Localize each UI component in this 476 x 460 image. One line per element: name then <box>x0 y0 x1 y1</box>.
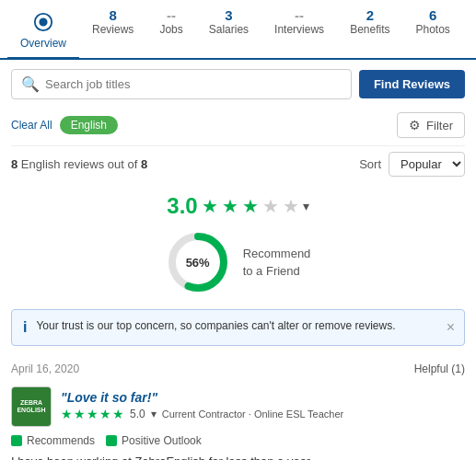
summary-lang: English <box>21 157 61 171</box>
review-header: ZEBRA ENGLISH "Love it so far!" ★ ★ ★ ★ … <box>11 386 465 427</box>
filter-button[interactable]: ⚙ Filter <box>397 112 465 138</box>
donut-chart: 56% <box>166 230 230 294</box>
donut-recommend-text: Recommendto a Friend <box>243 245 311 281</box>
rating-section: 3.0 ★ ★ ★ ★ ★ ▾ 56% Recommendto a Friend <box>0 182 476 302</box>
star-5: ★ <box>283 195 299 217</box>
r-star-3: ★ <box>87 407 99 421</box>
info-icon: i <box>23 319 27 336</box>
review-meta: April 16, 2020 Helpful (1) <box>0 353 476 379</box>
star-3: ★ <box>242 195 259 217</box>
nav-photos-label: Photos <box>415 23 449 36</box>
r-star-2: ★ <box>74 407 86 421</box>
nav-overview-label: Overview <box>20 37 66 50</box>
nav-photos[interactable]: 6 Photos <box>402 0 462 58</box>
review-rating-row: ★ ★ ★ ★ ★ 5.0 ▾ Current Contractor · Onl… <box>61 407 465 421</box>
svg-point-1 <box>40 18 46 25</box>
r-star-5: ★ <box>112 407 124 421</box>
nav-interviews-label: Interviews <box>274 23 324 36</box>
review-stars: ★ ★ ★ ★ ★ <box>61 407 124 421</box>
star-1: ★ <box>202 195 218 217</box>
star-2: ★ <box>222 195 238 217</box>
top-nav: Overview 8 Reviews -- Jobs 3 Salaries --… <box>0 0 476 60</box>
summary-row: 8 English reviews out of 8 Sort Popular <box>0 146 476 182</box>
review-rating-number: 5.0 <box>130 408 145 420</box>
r-star-4: ★ <box>99 407 111 421</box>
review-tag-recommends: Recommends <box>11 434 95 447</box>
review-excerpt: I have been working at ZebraEnglish for … <box>11 454 465 460</box>
filter-sliders-icon: ⚙ <box>409 118 421 132</box>
english-filter-tag[interactable]: English <box>60 116 118 134</box>
banner-text: Your trust is our top concern, so compan… <box>36 319 453 332</box>
nav-jobs-label: Jobs <box>159 23 182 36</box>
sort-wrap: Sort Popular <box>359 152 465 177</box>
company-logo-text: ZEBRA ENGLISH <box>12 399 51 415</box>
stars-row: 3.0 ★ ★ ★ ★ ★ ▾ <box>167 193 308 219</box>
filters-row: Clear All English ⚙ Filter <box>0 109 476 145</box>
nav-benefits[interactable]: 2 Benefits <box>337 0 402 58</box>
search-icon: 🔍 <box>21 75 40 93</box>
nav-jobs[interactable]: -- Jobs <box>146 0 195 58</box>
tag-recommends-label: Recommends <box>27 434 95 447</box>
clear-all-link[interactable]: Clear All <box>11 119 52 132</box>
nav-salaries-label: Salaries <box>209 23 249 36</box>
nav-reviews[interactable]: 8 Reviews <box>79 0 146 58</box>
nav-jobs-count: -- <box>167 7 176 23</box>
review-rating-chevron[interactable]: ▾ <box>151 408 157 420</box>
review-title-wrap: "Love it so far!" ★ ★ ★ ★ ★ 5.0 ▾ Curren… <box>61 390 465 423</box>
nav-interviews[interactable]: -- Interviews <box>261 0 337 58</box>
review-tags: Recommends Positive Outlook <box>11 434 465 447</box>
nav-photos-count: 6 <box>429 7 436 23</box>
review-card: ZEBRA ENGLISH "Love it so far!" ★ ★ ★ ★ … <box>0 379 476 460</box>
donut-wrap: 56% Recommendto a Friend <box>166 230 311 294</box>
review-count-summary: 8 English reviews out of 8 <box>11 157 147 171</box>
nav-salaries-count: 3 <box>225 7 232 23</box>
recommends-dot <box>11 435 22 446</box>
search-input[interactable] <box>45 77 342 91</box>
filter-button-label: Filter <box>426 119 453 132</box>
banner-close-button[interactable]: × <box>447 319 455 336</box>
helpful-count: Helpful (1) <box>414 362 465 375</box>
rating-chevron[interactable]: ▾ <box>303 199 309 213</box>
outlook-dot <box>106 435 117 446</box>
r-star-1: ★ <box>61 407 73 421</box>
review-count-number: 8 <box>11 157 17 171</box>
rating-number: 3.0 <box>167 193 197 219</box>
nav-interviews-count: -- <box>295 7 304 23</box>
sort-select[interactable]: Popular <box>389 152 465 177</box>
star-4: ★ <box>262 195 279 217</box>
search-input-wrap[interactable]: 🔍 <box>11 69 352 99</box>
review-title[interactable]: "Love it so far!" <box>61 390 465 405</box>
review-role: Current Contractor · Online ESL Teacher <box>162 408 343 420</box>
filter-tag-label: English <box>71 119 107 132</box>
nav-benefits-label: Benefits <box>350 23 389 36</box>
donut-percent-label: 56% <box>186 256 210 270</box>
review-tag-outlook: Positive Outlook <box>106 434 202 447</box>
info-banner: i Your trust is our top concern, so comp… <box>11 309 465 346</box>
summary-text: reviews out of <box>64 157 141 171</box>
nav-reviews-label: Reviews <box>92 23 134 36</box>
find-reviews-button[interactable]: Find Reviews <box>359 70 465 98</box>
company-logo: ZEBRA ENGLISH <box>11 386 52 427</box>
nav-reviews-count: 8 <box>110 7 117 23</box>
nav-salaries[interactable]: 3 Salaries <box>196 0 261 58</box>
nav-benefits-count: 2 <box>366 7 374 23</box>
tag-outlook-label: Positive Outlook <box>122 434 202 447</box>
overview-icon <box>29 7 58 37</box>
search-bar: 🔍 Find Reviews <box>0 60 476 109</box>
sort-label: Sort <box>359 157 381 171</box>
summary-total: 8 <box>141 157 147 171</box>
nav-overview[interactable]: Overview <box>7 0 79 60</box>
review-date: April 16, 2020 <box>11 362 79 375</box>
